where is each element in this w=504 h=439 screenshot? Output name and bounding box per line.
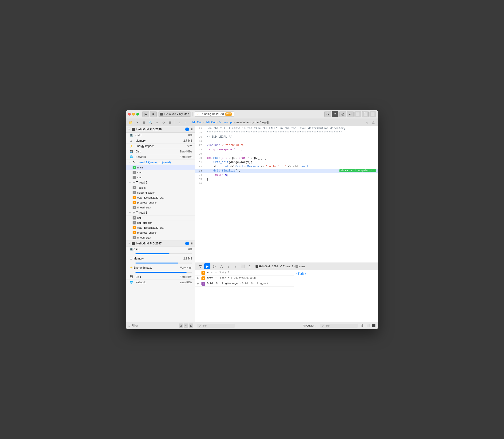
t2-frame-0[interactable]: 0 _select	[126, 185, 195, 190]
var-row-argv[interactable]: ▶ A argv = (char **) 0x7ffee9039c28	[195, 276, 294, 281]
disk-value-2: Zero KB/s	[180, 275, 192, 279]
full-view-btn[interactable]: ⬛	[371, 323, 376, 328]
var-row-grid[interactable]: ▶ V Grid::GridLogMessage (Grid::GridLogg…	[195, 281, 294, 287]
breadcrumb-hellgrid2[interactable]: HelloGrid	[205, 121, 216, 124]
frame-name-1: start	[137, 171, 142, 174]
warning-btn[interactable]: △	[154, 120, 160, 125]
sidebar-view-btn1[interactable]: ⊞	[179, 323, 183, 328]
process-pause-1[interactable]: ⏸	[190, 128, 193, 131]
all-output-selector[interactable]: All Output ⌄	[303, 324, 317, 327]
back-btn[interactable]: ⇄	[347, 111, 353, 117]
t2-frame-1[interactable]: 1 select_dispatch	[126, 190, 195, 195]
search-btn[interactable]: 🔍	[148, 120, 153, 125]
close-button[interactable]	[128, 113, 131, 116]
delete-output-btn[interactable]: 🗑	[360, 323, 365, 328]
stop-button[interactable]: ■	[150, 111, 157, 117]
t3-frame-icon-2: 2	[133, 226, 136, 229]
expand-btn[interactable]: ⤡	[364, 120, 370, 125]
var-value-argc: = (int) 3	[215, 271, 229, 274]
cpu-label-1: CPU	[135, 134, 187, 137]
view-btn2[interactable]: ⬜	[362, 111, 369, 117]
hierarchy-btn[interactable]: ⊞	[141, 120, 147, 125]
frame-row-0-main[interactable]: 0 main	[126, 165, 195, 170]
t3-frame-1[interactable]: 1 poll_dispatch	[126, 220, 195, 225]
var-name-grid: Grid::GridLogMessage	[207, 282, 238, 285]
thread-group-2: ▼ ⊙ Thread 2 0 _select 1 select_dispatch	[126, 180, 195, 210]
frame-name-0: main	[137, 166, 143, 169]
t2-frame-6[interactable]: 6 thread_start	[126, 205, 195, 210]
metric-memory-2: 🗂 Memory 2.8 MB	[126, 256, 195, 265]
process-pause-2[interactable]: ⏸	[190, 242, 193, 245]
t2-frame-3[interactable]: 3 progress_engine	[126, 200, 195, 205]
close-tab-btn[interactable]: ✕	[134, 120, 140, 125]
process-header-2[interactable]: ▼ HelloGrid PID 2697 i ⏸	[126, 240, 195, 247]
frame-icon-2: 2	[133, 176, 136, 179]
breadcrumb-hellgrid[interactable]: HelloGrid	[191, 121, 202, 124]
minimize-button[interactable]	[132, 113, 135, 116]
output-filter-input[interactable]	[325, 324, 356, 327]
frame-row-2-start[interactable]: 2 start	[126, 175, 195, 180]
debug-share-btn[interactable]: ⟆	[246, 263, 253, 269]
t2-frame-icon-3: 3	[133, 201, 136, 204]
breadcrumb-maincpp[interactable]: ⊙ main.cpp	[219, 121, 233, 124]
t3-frame-0[interactable]: 0 poll	[126, 216, 195, 220]
sidebar-filter-input[interactable]	[132, 324, 177, 327]
code-line-31: 31 Grid_init(&argc,&argv);	[195, 160, 378, 164]
nav-right[interactable]: ›	[183, 120, 189, 125]
process-name-2: HelloGrid PID 2697	[136, 242, 184, 245]
debug-view-btn[interactable]: ⬜	[240, 263, 246, 269]
t2-frame-2[interactable]: 2 opal_libevent2022_ev...	[126, 195, 195, 200]
var-type-argc: A	[201, 271, 205, 275]
lines-btn[interactable]: ≡	[332, 111, 339, 117]
code-line-24: 24 *************************************…	[195, 131, 378, 135]
variables-filter-input[interactable]	[202, 324, 234, 327]
sidebar-view-btn2[interactable]: ≡	[184, 323, 188, 328]
maximize-button[interactable]	[136, 113, 139, 116]
process-badge-1: i	[185, 128, 189, 131]
process-icon-2	[132, 242, 135, 245]
console-panel[interactable]: (lldb)	[294, 270, 308, 322]
code-btn[interactable]: {}	[324, 111, 331, 117]
debug-step-over-btn[interactable]: ▷	[211, 263, 217, 269]
t2-frame-icon-2: 2	[133, 196, 136, 199]
grid-btn[interactable]: ⊟	[167, 120, 173, 125]
debug-step-down-btn[interactable]: ↓	[225, 263, 232, 269]
code-line-29: 29	[195, 152, 378, 156]
process-header-1[interactable]: ▼ HelloGrid PID 2696 i ⏸	[126, 126, 195, 133]
nav-left[interactable]: ‹	[176, 120, 182, 125]
code-editor[interactable]: 23 See the full license in the file "LIC…	[195, 126, 378, 263]
sidebar-view-btn3[interactable]: ⊟	[189, 323, 193, 328]
debug-step-out-btn[interactable]: ↑	[233, 263, 239, 269]
project-tab[interactable]: HelloGrid ▸ My Mac	[158, 111, 191, 117]
debug-step-into-btn[interactable]: △	[218, 263, 224, 269]
view-btn1[interactable]: ⬜	[354, 111, 361, 117]
energy-label-2: Energy Impact	[133, 266, 180, 269]
split-view-btn[interactable]: ⬜	[366, 323, 371, 328]
t3-frame-2[interactable]: 2 opal_libevent2022_ev...	[126, 225, 195, 230]
thread-header-1[interactable]: ▼ ⊙ Thread 1 Queue:...d (serial)	[126, 160, 195, 165]
frame-icon-1: 1	[133, 171, 136, 174]
breadcrumb-toolbar: 📁 ✕ ⊞ 🔍 △ ◇ ⊟ ‹ › HelloGrid › HelloGrid …	[126, 119, 378, 126]
debug-continue-btn[interactable]: ▶	[204, 263, 211, 269]
thread-header-2[interactable]: ▼ ⊙ Thread 2	[126, 180, 195, 185]
warning-badge-btn[interactable]: ⚠	[371, 120, 376, 125]
console-text: (lldb)	[296, 272, 306, 276]
frame-row-1-start[interactable]: 1 start	[126, 170, 195, 175]
folder-btn[interactable]: 📁	[128, 120, 133, 125]
running-tab[interactable]: ⚠ Running HelloGrid 237	[194, 111, 234, 117]
thread-header-3[interactable]: ▼ ⊙ Thread 3	[126, 210, 195, 216]
process-icon-1	[132, 128, 135, 131]
var-row-argc[interactable]: A argc = (int) 3	[195, 270, 294, 276]
t3-frame-3[interactable]: 3 progress_engine	[126, 230, 195, 235]
t3-frame-6[interactable]: 6 thread_start	[126, 235, 195, 240]
view-btn3[interactable]: ⬜	[370, 111, 376, 117]
breadcrumb: HelloGrid › HelloGrid › ⊙ main.cpp › mai…	[191, 121, 270, 124]
run-button[interactable]: ▶	[142, 111, 149, 117]
t2-frame-icon-6: 6	[133, 206, 136, 209]
refresh-btn[interactable]: ◎	[340, 111, 346, 117]
all-output-label: All Output	[303, 324, 314, 327]
debug-hide-btn[interactable]: ▽	[197, 263, 203, 269]
shield-btn[interactable]: ◇	[161, 120, 166, 125]
t2-frame-name-6: thread_start	[137, 206, 151, 209]
breakpoint-annotation: Thread 1: breakpoint 1.1	[340, 169, 376, 172]
